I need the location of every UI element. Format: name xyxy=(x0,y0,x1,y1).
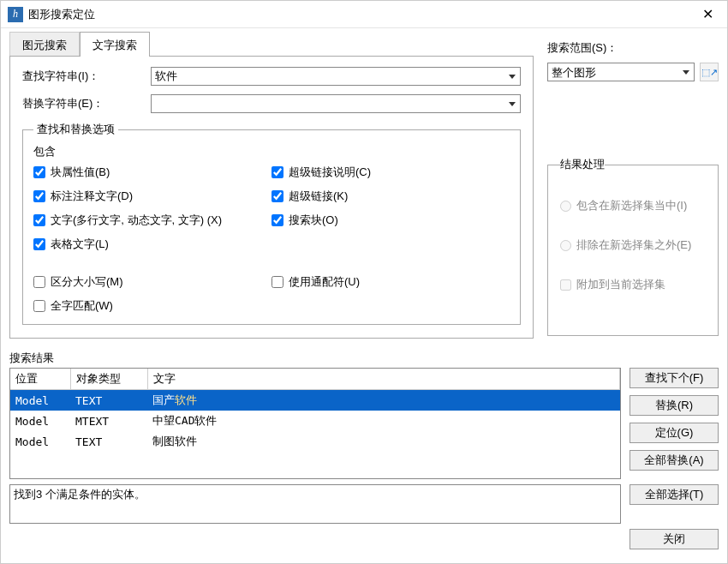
chk-use-wildcard[interactable]: 使用通配符(U) xyxy=(272,274,510,290)
pick-objects-icon[interactable]: ⬚↗ xyxy=(700,63,719,81)
close-icon[interactable]: ✕ xyxy=(695,6,720,22)
include-label: 包含 xyxy=(33,144,510,159)
tab-text-search[interactable]: 文字搜索 xyxy=(80,32,150,57)
table-row[interactable]: ModelTEXT国产软件 xyxy=(10,390,620,411)
col-type[interactable]: 对象类型 xyxy=(70,369,147,390)
chk-use-wildcard-box[interactable] xyxy=(272,276,283,288)
chk-table-text-box[interactable] xyxy=(33,238,45,250)
scope-select[interactable]: 整个图形 xyxy=(547,63,695,81)
status-text: 找到3 个满足条件的实体。 xyxy=(9,484,621,524)
find-label: 查找字符串(I)： xyxy=(22,69,151,84)
chk-hyperlink-box[interactable] xyxy=(272,190,283,202)
chk-table-text[interactable]: 表格文字(L) xyxy=(33,237,272,252)
find-next-button[interactable]: 查找下个(F) xyxy=(630,368,719,388)
chk-block-attr[interactable]: 块属性值(B) xyxy=(33,165,272,180)
chk-match-case-box[interactable] xyxy=(33,276,45,288)
radio-include-btn[interactable] xyxy=(560,201,571,212)
close-button[interactable]: 关闭 xyxy=(630,529,719,549)
chk-hyperlink-desc-box[interactable] xyxy=(272,166,283,178)
scope-label: 搜索范围(S)： xyxy=(547,40,719,56)
chk-block-attr-box[interactable] xyxy=(33,166,45,178)
select-all-button[interactable]: 全部选择(T) xyxy=(630,484,719,505)
titlebar: h 图形搜索定位 ✕ xyxy=(1,1,727,28)
chk-append[interactable]: 附加到当前选择集 xyxy=(560,277,706,292)
results-table[interactable]: 位置 对象类型 文字 ModelTEXT国产软件ModelMTEXT中望CAD软… xyxy=(9,368,621,479)
chk-search-block[interactable]: 搜索块(O) xyxy=(272,213,510,228)
col-location[interactable]: 位置 xyxy=(10,369,70,390)
chk-dim-text[interactable]: 标注注释文字(D) xyxy=(33,189,272,204)
replace-all-button[interactable]: 全部替换(A) xyxy=(630,450,719,471)
replace-input[interactable] xyxy=(151,94,521,113)
content: 图元搜索 文字搜索 查找字符串(I)： 替换字符串(E)： 查找和替换选项 包含 xyxy=(1,28,727,563)
chk-whole-word-box[interactable] xyxy=(33,300,45,312)
tab-element-search[interactable]: 图元搜索 xyxy=(9,32,80,57)
chk-hyperlink-desc[interactable]: 超级链接说明(C) xyxy=(272,165,510,180)
find-replace-options: 查找和替换选项 包含 块属性值(B) 超级链接说明(C) 标注注释文字(D) 超… xyxy=(22,122,521,325)
col-text[interactable]: 文字 xyxy=(147,369,620,390)
tab-pane: 查找字符串(I)： 替换字符串(E)： 查找和替换选项 包含 块属性值(B) 超… xyxy=(9,56,534,339)
options-legend: 查找和替换选项 xyxy=(33,122,118,137)
replace-label: 替换字符串(E)： xyxy=(22,96,151,111)
chk-whole-word[interactable]: 全字匹配(W) xyxy=(33,298,272,314)
app-icon: h xyxy=(8,7,23,22)
replace-button[interactable]: 替换(R) xyxy=(630,395,719,416)
chk-hyperlink[interactable]: 超级链接(K) xyxy=(272,189,510,204)
table-row[interactable]: ModelTEXT制图软件 xyxy=(10,431,620,452)
dialog-window: h 图形搜索定位 ✕ 图元搜索 文字搜索 查找字符串(I)： 替换字符串(E)： xyxy=(0,0,728,564)
radio-exclude[interactable]: 排除在新选择集之外(E) xyxy=(560,237,706,253)
chk-text-multi-box[interactable] xyxy=(33,214,45,226)
radio-include[interactable]: 包含在新选择集当中(I) xyxy=(560,198,706,213)
locate-button[interactable]: 定位(G) xyxy=(630,423,719,443)
tab-bar: 图元搜索 文字搜索 xyxy=(9,32,534,57)
chk-dim-text-box[interactable] xyxy=(33,190,45,202)
radio-exclude-btn[interactable] xyxy=(560,240,571,251)
chk-match-case[interactable]: 区分大小写(M) xyxy=(33,274,272,290)
chk-text-multi[interactable]: 文字(多行文字, 动态文字, 文字) (X) xyxy=(33,213,272,228)
window-title: 图形搜索定位 xyxy=(28,7,695,22)
chk-append-box[interactable] xyxy=(560,279,571,291)
table-row[interactable]: ModelMTEXT中望CAD软件 xyxy=(10,411,620,431)
result-proc-legend: 结果处理 xyxy=(560,157,605,172)
chk-search-block-box[interactable] xyxy=(272,214,283,226)
find-input[interactable] xyxy=(151,67,521,86)
result-processing: 结果处理 包含在新选择集当中(I) 排除在新选择集之外(E) 附加到当前选择集 xyxy=(547,157,719,336)
results-label: 搜索结果 xyxy=(9,351,719,366)
